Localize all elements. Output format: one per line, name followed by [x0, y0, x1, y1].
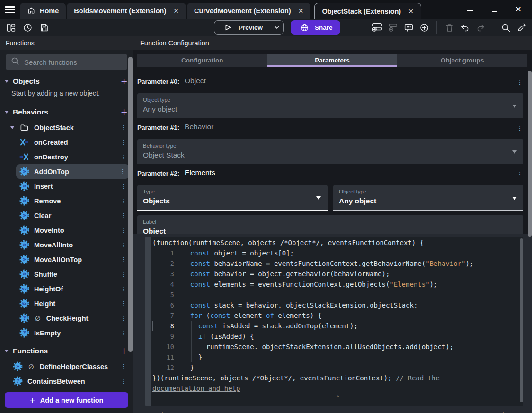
- action-icon: »: [19, 211, 29, 221]
- item-menu-button[interactable]: ⋮: [120, 139, 127, 146]
- item-menu-button[interactable]: ⋮: [120, 300, 127, 307]
- dropdown-arrow-icon: [512, 105, 517, 110]
- preview-options-button[interactable]: [270, 21, 283, 34]
- sidebar-item-ondestroy[interactable]: onDestroy⋮: [0, 149, 133, 164]
- config-tab-configuration[interactable]: Configuration: [137, 54, 267, 67]
- sidebar-item-isempty[interactable]: ?IsEmpty⋮: [0, 325, 133, 340]
- item-menu-button[interactable]: ⋮: [120, 227, 127, 234]
- edit-magic-icon[interactable]: [515, 21, 527, 34]
- collapse-caret-icon[interactable]: ˆ: [152, 394, 523, 402]
- sidebar-item-moveallontop[interactable]: »MoveAllOnTop⋮: [0, 252, 133, 267]
- chevron-down-icon[interactable]: [5, 350, 9, 352]
- svg-text:f(x): f(x): [21, 302, 28, 305]
- sidebar-item-heightof[interactable]: f(x)HeightOf⋮: [0, 281, 133, 296]
- code-scrollbar[interactable]: [520, 238, 523, 402]
- chevron-down-icon[interactable]: [5, 111, 9, 114]
- add-circle-icon[interactable]: [418, 21, 430, 34]
- item-menu-button[interactable]: ⋮: [120, 212, 127, 219]
- minimize-button[interactable]: [467, 7, 473, 11]
- line-number: 9: [152, 331, 174, 342]
- sidebar-item-moveinto[interactable]: »MoveInto⋮: [0, 223, 133, 237]
- sidebar-item-checkheight[interactable]: ?∅CheckHeight⋮: [0, 311, 133, 325]
- tab-objectstack-extension[interactable]: ObjectStack (Extension)✕: [314, 3, 421, 19]
- field-type[interactable]: Type Objects: [137, 185, 328, 211]
- field-behavior-type[interactable]: Behavior type Object Stack: [137, 139, 523, 164]
- item-menu-button[interactable]: ⋮: [119, 168, 126, 175]
- item-menu-button[interactable]: ⋮: [120, 183, 127, 190]
- item-menu-button[interactable]: ⋮: [120, 363, 127, 370]
- main-menu-button[interactable]: [0, 0, 20, 19]
- add-free-function-button[interactable]: +: [121, 346, 127, 356]
- item-menu-button[interactable]: ⋮: [120, 197, 127, 204]
- tab-curvedmovement-extension[interactable]: CurvedMovement (Extension)✕: [187, 3, 310, 19]
- svg-text:»: »: [16, 363, 19, 369]
- sidebar-item-insert[interactable]: »Insert⋮: [0, 179, 133, 193]
- sidebar-item-clear[interactable]: »Clear⋮: [0, 208, 133, 223]
- add-event-icon[interactable]: [371, 21, 383, 34]
- sidebar-scrollbar[interactable]: [128, 57, 133, 352]
- javascript-code-editor[interactable]: (function(runtimeScene, objects /*Object…: [151, 237, 523, 406]
- sidebar-item-height[interactable]: f(x)Height⋮: [0, 296, 133, 311]
- save-icon[interactable]: [38, 21, 50, 34]
- close-tab-icon[interactable]: ✕: [298, 7, 304, 15]
- undo-icon[interactable]: [459, 21, 471, 34]
- parameter-label: Parameter #1:: [137, 124, 181, 134]
- add-behavior-button[interactable]: +: [121, 107, 127, 117]
- dropdown-arrow-icon: [316, 196, 321, 202]
- item-menu-button[interactable]: ⋮: [120, 153, 127, 160]
- share-button[interactable]: Share: [291, 20, 340, 35]
- hamburger-icon: [5, 5, 15, 15]
- sidebar-item-moveallinto[interactable]: »MoveAllInto⋮: [0, 237, 133, 252]
- sidebar-item-addontop[interactable]: »AddOnTop⋮: [16, 164, 129, 179]
- chevron-down-icon[interactable]: [5, 80, 9, 83]
- add-object-button[interactable]: +: [121, 77, 127, 86]
- history-icon[interactable]: [21, 21, 34, 34]
- item-menu-button[interactable]: ⋮: [120, 329, 127, 336]
- line-number: 3: [152, 269, 174, 279]
- search-functions-input[interactable]: [24, 58, 114, 66]
- item-menu-button[interactable]: ⋮: [120, 271, 127, 278]
- close-window-button[interactable]: ✕: [515, 6, 522, 12]
- code-line-8: 8 const isAdded = stack.addOnTop(element…: [152, 321, 523, 331]
- sidebar-item-containsbetween[interactable]: ?ContainsBetween⋮: [0, 374, 133, 388]
- preview-button[interactable]: Preview: [214, 20, 284, 35]
- parameter-menu-button[interactable]: ⋮: [516, 124, 523, 134]
- add-new-function-button[interactable]: + Add a new function: [5, 392, 128, 408]
- parameters-scrollbar[interactable]: [528, 71, 532, 237]
- field-object-type[interactable]: Object type Any object: [137, 93, 523, 118]
- search-icon[interactable]: [499, 21, 512, 34]
- parameter-name-input[interactable]: Object: [185, 77, 504, 88]
- field-label[interactable]: Label Object: [137, 215, 523, 234]
- parameter-name-input[interactable]: Elements: [185, 168, 504, 180]
- config-tab-parameters[interactable]: Parameters: [267, 54, 398, 67]
- close-tab-icon[interactable]: ✕: [408, 8, 414, 15]
- close-tab-icon[interactable]: ✕: [173, 7, 179, 15]
- parameter-name-input[interactable]: Behavior: [185, 123, 504, 134]
- project-manager-icon[interactable]: [5, 21, 17, 34]
- sidebar-item-shuffle[interactable]: »Shuffle⋮: [0, 267, 133, 281]
- parameter-menu-button[interactable]: ⋮: [516, 79, 523, 88]
- tab-boidsmovement-extension[interactable]: BoidsMovement (Extension)✕: [67, 3, 186, 19]
- item-menu-button[interactable]: ⋮: [120, 241, 127, 248]
- add-button-partial[interactable]: +: [501, 409, 505, 413]
- private-icon: ∅: [28, 363, 34, 370]
- item-menu-button[interactable]: ⋮: [120, 124, 127, 131]
- behavior-group-objectstack[interactable]: ObjectStack ⋮: [0, 120, 133, 135]
- add-button-partial[interactable]: +: [160, 409, 165, 413]
- item-menu-button[interactable]: ⋮: [120, 378, 127, 385]
- item-menu-button[interactable]: ⋮: [120, 256, 127, 263]
- tab-home[interactable]: Home: [20, 3, 66, 19]
- sidebar-item-oncreated[interactable]: onCreated⋮: [0, 135, 133, 149]
- chevron-down-icon[interactable]: [10, 126, 14, 129]
- field-object-type[interactable]: Object type Any object: [333, 185, 523, 211]
- item-menu-button[interactable]: ⋮: [120, 285, 127, 292]
- sidebar-item-remove[interactable]: »Remove⋮: [0, 193, 133, 208]
- event-drag-handle[interactable]: [145, 237, 151, 406]
- parameter-menu-button[interactable]: ⋮: [516, 170, 523, 180]
- add-comment-icon[interactable]: [402, 21, 415, 34]
- item-menu-button[interactable]: ⋮: [120, 315, 127, 322]
- sidebar-item-definehelperclasses[interactable]: »∅DefineHelperClasses⋮: [0, 359, 133, 374]
- config-tab-object-groups[interactable]: Object groups: [397, 54, 527, 67]
- maximize-button[interactable]: [492, 7, 497, 12]
- search-functions-box[interactable]: [6, 54, 127, 70]
